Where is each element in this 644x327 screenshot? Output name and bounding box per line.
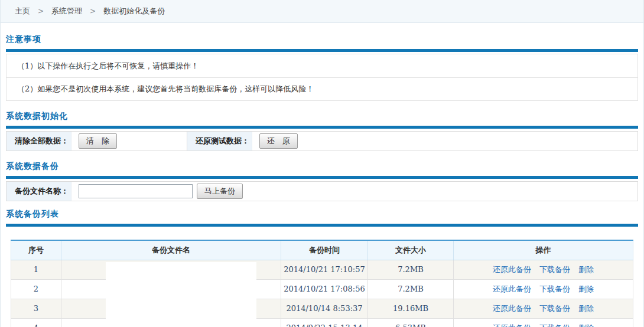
section-title-notice: 注意事项 (6, 34, 638, 45)
header-actions: 操作 (454, 240, 633, 260)
section-title-list: 系统备份列表 (6, 209, 638, 220)
notice-item: （1）以下操作在执行之后将不可恢复，请慎重操作！ (6, 54, 638, 77)
section-divider-bar (6, 126, 638, 129)
section-divider-bar (6, 49, 638, 52)
delete-link[interactable]: 删除 (578, 304, 594, 313)
restore-button[interactable]: 还 原 (259, 133, 298, 149)
clear-button-cell: 清 除 (71, 132, 187, 151)
cell-index: 3 (11, 299, 61, 318)
restore-button-cell: 还 原 (252, 132, 638, 151)
restore-backup-link[interactable]: 还原此备份 (493, 304, 531, 313)
table-row: 2 2014/10/21 17:08:56 7.2MB 还原此备份下载备份删除 (11, 279, 633, 299)
backup-field-cell: 马上备份 (71, 182, 638, 201)
cell-time: 2014/9/22 15:13:14 (281, 318, 368, 327)
table-row: 4 2014/9/22 15:13:14 6.53MB 还原此备份下载备份删除 (11, 318, 633, 327)
section-title-backup: 系统数据备份 (6, 161, 638, 172)
page: 主页 > 系统管理 > 数据初始化及备份 注意事项 （1）以下操作在执行之后将不… (0, 0, 644, 327)
redacted-area (106, 262, 256, 327)
cell-time: 2014/10/21 17:08:56 (281, 279, 368, 299)
header-index: 序号 (11, 240, 61, 260)
delete-link[interactable]: 删除 (578, 323, 594, 327)
notice-item: （2）如果您不是初次使用本系统，建议您首先将当前数据库备份，这样可以降低风险！ (6, 77, 638, 100)
cell-index: 4 (11, 318, 61, 327)
breadcrumb-current-page: 数据初始化及备份 (103, 6, 165, 17)
header-size: 文件大小 (368, 240, 454, 260)
cell-index: 1 (11, 260, 61, 279)
header-time: 备份时间 (281, 240, 368, 260)
backup-table-wrap: 序号 备份文件名 备份时间 文件大小 操作 1 2014/10/21 17:10… (11, 240, 633, 327)
backup-filename-label: 备份文件名称： (6, 182, 71, 201)
table-row: 1 2014/10/21 17:10:57 7.2MB 还原此备份下载备份删除 (11, 260, 633, 279)
breadcrumb-separator: > (38, 7, 44, 15)
download-backup-link[interactable]: 下载备份 (539, 323, 570, 327)
backup-table: 序号 备份文件名 备份时间 文件大小 操作 1 2014/10/21 17:10… (11, 240, 633, 327)
backup-now-button[interactable]: 马上备份 (197, 184, 243, 199)
content: 注意事项 （1）以下操作在执行之后将不可恢复，请慎重操作！ （2）如果您不是初次… (1, 34, 643, 327)
cell-size: 6.53MB (368, 318, 454, 327)
download-backup-link[interactable]: 下载备份 (539, 265, 570, 274)
backup-filename-input[interactable] (79, 184, 193, 198)
breadcrumb-separator: > (90, 7, 96, 15)
cell-index: 2 (11, 279, 61, 299)
cell-actions: 还原此备份下载备份删除 (454, 279, 633, 299)
delete-link[interactable]: 删除 (578, 285, 594, 293)
header-filename: 备份文件名 (61, 240, 281, 260)
section-divider-bar (6, 176, 638, 179)
download-backup-link[interactable]: 下载备份 (539, 304, 570, 313)
table-header-row: 序号 备份文件名 备份时间 文件大小 操作 (11, 240, 633, 260)
breadcrumb-home[interactable]: 主页 (15, 6, 30, 17)
cell-actions: 还原此备份下载备份删除 (454, 318, 633, 327)
table-row: 3 2014/10/14 8:53:37 19.16MB 还原此备份下载备份删除 (11, 299, 633, 318)
delete-link[interactable]: 删除 (578, 265, 594, 274)
cell-actions: 还原此备份下载备份删除 (454, 299, 633, 318)
clear-all-data-label: 清除全部数据： (6, 132, 71, 151)
backup-row: 备份文件名称： 马上备份 (6, 181, 638, 201)
breadcrumb-system-management[interactable]: 系统管理 (51, 6, 82, 17)
restore-backup-link[interactable]: 还原此备份 (493, 285, 531, 293)
cell-size: 7.2MB (368, 279, 454, 299)
restore-backup-link[interactable]: 还原此备份 (493, 265, 531, 274)
section-title-init: 系统数据初始化 (6, 111, 638, 122)
cell-size: 7.2MB (368, 260, 454, 279)
clear-button[interactable]: 清 除 (79, 133, 117, 149)
notice-box: （1）以下操作在执行之后将不可恢复，请慎重操作！ （2）如果您不是初次使用本系统… (6, 54, 638, 101)
download-backup-link[interactable]: 下载备份 (539, 285, 570, 293)
restore-backup-link[interactable]: 还原此备份 (493, 323, 531, 327)
cell-time: 2014/10/21 17:10:57 (281, 260, 368, 279)
cell-size: 19.16MB (368, 299, 454, 318)
init-row: 清除全部数据： 清 除 还原测试数据： 还 原 (6, 131, 638, 151)
section-divider-bar (6, 224, 638, 227)
cell-time: 2014/10/14 8:53:37 (281, 299, 368, 318)
breadcrumb: 主页 > 系统管理 > 数据初始化及备份 (1, 0, 643, 23)
cell-actions: 还原此备份下载备份删除 (454, 260, 633, 279)
restore-test-data-label: 还原测试数据： (187, 132, 252, 151)
